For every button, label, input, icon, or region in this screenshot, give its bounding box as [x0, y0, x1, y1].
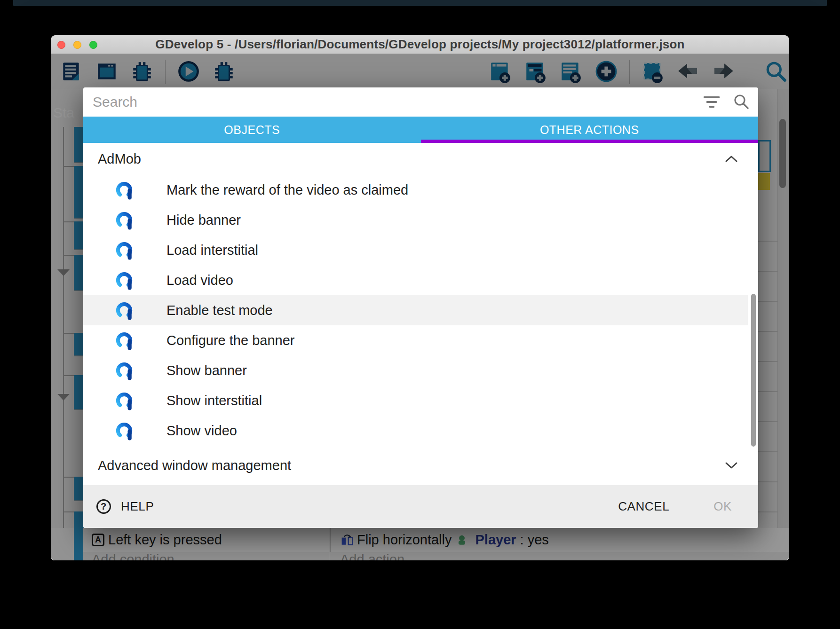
window-title: GDevelop 5 - /Users/florian/Documents/GD…	[155, 37, 684, 52]
action-list-item[interactable]: Show interstitial	[83, 385, 758, 416]
dialog-footer: ? HELP CANCEL OK	[83, 485, 758, 528]
admob-icon	[115, 300, 134, 321]
action-list-item[interactable]: Configure the banner	[83, 325, 758, 355]
actions-list: AdMob Mark the reward of the video as cl…	[83, 143, 758, 485]
admob-icon	[115, 360, 134, 381]
section-header-advanced-window-management[interactable]: Advanced window management	[83, 446, 758, 485]
zoom-window-button[interactable]	[89, 41, 97, 49]
minimize-window-button[interactable]	[73, 41, 81, 49]
admob-icon	[115, 270, 134, 291]
action-label: Load video	[166, 273, 233, 288]
admob-icon	[115, 420, 134, 441]
action-label: Configure the banner	[166, 333, 294, 348]
search-bar	[83, 87, 758, 117]
window-titlebar: GDevelop 5 - /Users/florian/Documents/GD…	[51, 35, 789, 54]
action-label: Load interstitial	[166, 243, 258, 258]
close-window-button[interactable]	[57, 41, 65, 49]
action-label: Enable test mode	[166, 303, 273, 318]
tab-objects[interactable]: OBJECTS	[83, 117, 421, 143]
filter-icon[interactable]	[703, 95, 721, 109]
admob-icon	[115, 180, 134, 200]
help-label: HELP	[121, 499, 154, 514]
chevron-down-icon	[724, 461, 738, 470]
search-icon[interactable]	[733, 94, 750, 110]
action-list-item[interactable]: Hide banner	[83, 205, 758, 235]
action-label: Hide banner	[166, 212, 241, 228]
action-list-item[interactable]: Mark the reward of the video as claimed	[83, 175, 758, 205]
screen: GDevelop 5 - /Users/florian/Documents/GD…	[0, 0, 840, 629]
help-icon: ?	[96, 499, 111, 514]
list-scrollbar-thumb[interactable]	[751, 294, 756, 447]
admob-icon	[115, 240, 134, 260]
section-header-admob[interactable]: AdMob	[83, 143, 758, 175]
chevron-up-icon	[724, 154, 738, 164]
tab-other-actions[interactable]: OTHER ACTIONS	[421, 117, 759, 143]
cancel-button[interactable]: CANCEL	[618, 499, 669, 514]
action-list-item[interactable]: Show video	[83, 416, 758, 446]
section-title: AdMob	[98, 151, 141, 167]
traffic-lights	[57, 35, 97, 54]
action-label: Show banner	[166, 363, 247, 378]
action-label: Mark the reward of the video as claimed	[166, 182, 408, 198]
search-input[interactable]	[92, 94, 703, 110]
section-title: Advanced window management	[98, 458, 291, 473]
choose-action-dialog: OBJECTS OTHER ACTIONS AdMob Mark the rew…	[83, 87, 758, 528]
action-list-item[interactable]: Load interstitial	[83, 235, 758, 265]
help-button[interactable]: ? HELP	[96, 499, 154, 514]
admob-icon	[115, 390, 134, 411]
screen-top-strip	[13, 0, 827, 6]
action-list-item[interactable]: Show banner	[83, 355, 758, 385]
admob-icon	[115, 330, 134, 351]
admob-icon	[115, 210, 134, 230]
action-label: Show video	[166, 423, 237, 439]
action-label: Show interstitial	[166, 393, 262, 409]
ok-button[interactable]: OK	[713, 499, 732, 514]
dialog-tabs: OBJECTS OTHER ACTIONS	[83, 117, 758, 143]
action-list-item[interactable]: Load video	[83, 265, 758, 295]
action-list-item-selected[interactable]: Enable test mode	[83, 295, 748, 325]
